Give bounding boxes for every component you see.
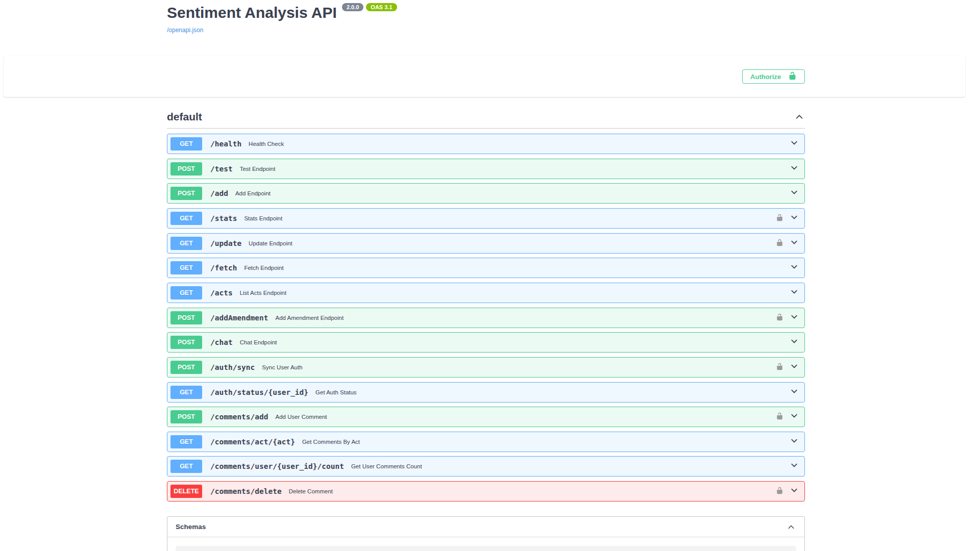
operation-row-/comments/add[interactable]: POST /comments/add Add User Comment: [167, 407, 805, 427]
chevron-down-icon[interactable]: [790, 263, 798, 273]
operation-row-/test[interactable]: POST /test Test Endpoint: [167, 159, 805, 179]
method-badge: GET: [170, 460, 202, 473]
method-badge: POST: [170, 361, 202, 374]
method-badge: GET: [170, 261, 202, 274]
method-badge: POST: [170, 410, 202, 423]
operation-summary: Update Endpoint: [249, 240, 292, 246]
api-title-text: Sentiment Analysis API: [167, 4, 337, 21]
auth-lock-icon[interactable]: [776, 412, 783, 422]
operation-summary: Delete Comment: [289, 488, 333, 494]
auth-lock-icon[interactable]: [776, 362, 783, 373]
operation-controls: [776, 238, 804, 249]
method-badge: GET: [170, 286, 202, 299]
chevron-down-icon[interactable]: [790, 461, 798, 471]
unlock-icon: [788, 71, 797, 82]
operation-controls: [776, 362, 804, 373]
operation-controls: [776, 213, 804, 224]
version-badge: 2.0.0: [342, 3, 363, 11]
operation-controls: [776, 412, 804, 422]
operation-controls: [790, 164, 804, 174]
operation-summary: List Acts Endpoint: [240, 290, 286, 296]
operation-summary: Sync User Auth: [262, 364, 302, 370]
chevron-down-icon[interactable]: [790, 387, 798, 397]
tag-section-title: default: [167, 111, 202, 123]
operation-path: /acts: [210, 289, 233, 297]
operation-controls: [776, 486, 804, 497]
operation-row-/update[interactable]: GET /update Update Endpoint: [167, 233, 805, 254]
operation-summary: Test Endpoint: [240, 166, 276, 172]
openapi-spec-link[interactable]: /openapi.json: [167, 27, 203, 34]
operation-summary: Add Amendment Endpoint: [276, 315, 344, 321]
chevron-down-icon[interactable]: [790, 313, 798, 323]
auth-lock-icon[interactable]: [776, 486, 783, 497]
schemas-section-header[interactable]: Schemas: [167, 517, 804, 537]
chevron-down-icon[interactable]: [790, 139, 798, 149]
operation-summary: Add User Comment: [276, 414, 327, 420]
operation-path: /auth/status/{user_id}: [210, 388, 308, 396]
chevron-down-icon[interactable]: [790, 213, 798, 223]
chevron-down-icon[interactable]: [790, 362, 798, 372]
schemas-title: Schemas: [176, 523, 206, 531]
operation-controls: [790, 337, 804, 347]
operation-row-/acts[interactable]: GET /acts List Acts Endpoint: [167, 283, 805, 303]
collapse-schemas-button[interactable]: [786, 522, 796, 532]
chevron-down-icon[interactable]: [790, 486, 798, 496]
operation-path: /comments/add: [210, 413, 268, 421]
operation-path: /comments/delete: [210, 487, 282, 495]
operation-path: /addAmendment: [210, 314, 268, 322]
operation-row-/auth/status/{user_id}[interactable]: GET /auth/status/{user_id} Get Auth Stat…: [167, 382, 805, 403]
operation-path: /comments/act/{act}: [210, 438, 295, 446]
operation-summary: Get User Comments Count: [351, 463, 422, 469]
operation-path: /test: [210, 165, 233, 173]
method-badge: POST: [170, 187, 202, 200]
method-badge: POST: [170, 336, 202, 349]
operation-row-/auth/sync[interactable]: POST /auth/sync Sync User Auth: [167, 357, 805, 378]
method-badge: GET: [170, 237, 202, 250]
authorize-button[interactable]: Authorize: [742, 69, 805, 84]
operation-row-/stats[interactable]: GET /stats Stats Endpoint: [167, 208, 805, 229]
operation-row-/chat[interactable]: POST /chat Chat Endpoint: [167, 332, 805, 353]
method-badge: GET: [170, 137, 202, 151]
chevron-up-icon: [787, 525, 795, 533]
chevron-down-icon[interactable]: [790, 188, 798, 198]
operation-row-/add[interactable]: POST /add Add Endpoint: [167, 183, 805, 204]
operation-path: /health: [210, 140, 241, 148]
operation-row-/comments/user/{user_id}/count[interactable]: GET /comments/user/{user_id}/count Get U…: [167, 456, 805, 477]
operation-path: /chat: [210, 338, 233, 346]
schema-model-row[interactable]: [176, 546, 796, 551]
operation-controls: [790, 263, 804, 273]
method-badge: GET: [170, 212, 202, 225]
operation-row-/addAmendment[interactable]: POST /addAmendment Add Amendment Endpoin…: [167, 308, 805, 328]
operation-summary: Health Check: [249, 141, 284, 147]
operation-controls: [790, 288, 804, 298]
method-badge: POST: [170, 311, 202, 324]
operation-controls: [790, 387, 804, 397]
method-badge: GET: [170, 386, 202, 399]
operation-row-/comments/delete[interactable]: DELETE /comments/delete Delete Comment: [167, 481, 805, 502]
oas-version-badge: OAS 3.1: [366, 3, 397, 11]
method-badge: DELETE: [170, 485, 202, 498]
tag-section-header-default[interactable]: default: [167, 105, 805, 129]
auth-lock-icon[interactable]: [776, 238, 783, 249]
operation-controls: [776, 313, 804, 323]
scheme-container: Authorize: [4, 56, 965, 97]
operation-row-/fetch[interactable]: GET /fetch Fetch Endpoint: [167, 258, 805, 278]
chevron-down-icon[interactable]: [790, 337, 798, 347]
collapse-section-button[interactable]: [794, 111, 805, 122]
auth-lock-icon[interactable]: [776, 313, 783, 323]
chevron-down-icon[interactable]: [790, 288, 798, 298]
chevron-down-icon[interactable]: [790, 164, 798, 174]
schemas-section: Schemas: [167, 516, 805, 551]
chevron-down-icon[interactable]: [790, 412, 798, 422]
operation-path: /update: [210, 239, 241, 247]
operation-summary: Add Endpoint: [235, 190, 271, 196]
operation-row-/comments/act/{act}[interactable]: GET /comments/act/{act} Get Comments By …: [167, 432, 805, 452]
chevron-down-icon[interactable]: [790, 437, 798, 447]
operation-row-/health[interactable]: GET /health Health Check: [167, 134, 805, 154]
operation-controls: [790, 461, 804, 471]
chevron-down-icon[interactable]: [790, 238, 798, 248]
chevron-up-icon: [795, 115, 804, 123]
operation-summary: Stats Endpoint: [244, 215, 282, 221]
auth-lock-icon[interactable]: [776, 213, 783, 224]
operation-path: /add: [210, 189, 228, 197]
